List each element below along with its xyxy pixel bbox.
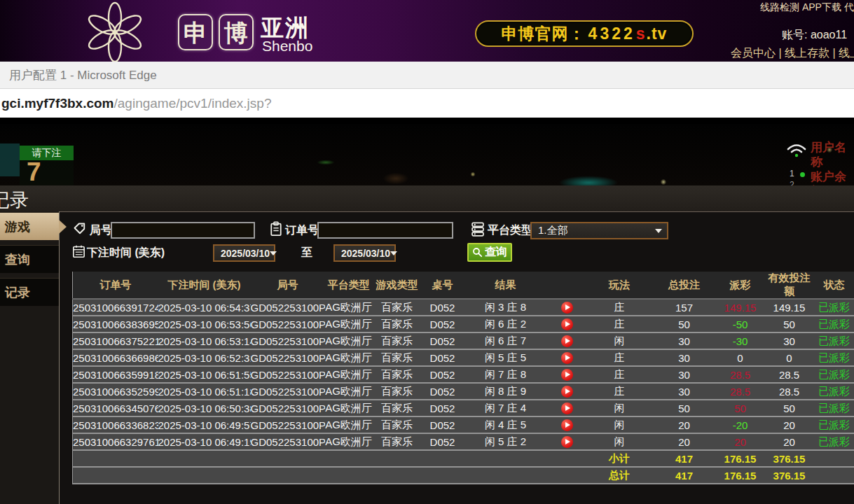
play-video-icon[interactable] xyxy=(561,386,573,398)
cell: 250310066366986 xyxy=(73,349,158,366)
cell: 250310066345076 xyxy=(73,400,158,416)
play-video-icon[interactable] xyxy=(561,436,573,448)
cell: 50 xyxy=(653,400,716,416)
top-links[interactable]: 线路检测 APP下载 代理 xyxy=(760,1,854,14)
play-cell xyxy=(548,299,586,316)
date-to-select[interactable]: 2025/03/10 xyxy=(333,244,396,262)
cell: 2025-03-10 06:51:55 xyxy=(158,366,251,383)
cell: 已派彩 xyxy=(814,433,854,450)
cell: GD052253100PL xyxy=(251,299,325,316)
round-number-input[interactable] xyxy=(111,222,255,239)
cell: 闲 xyxy=(586,400,653,416)
cell: 已派彩 xyxy=(814,400,854,416)
play-triangle xyxy=(565,388,570,394)
divider-strip xyxy=(0,118,854,124)
column-header: 桌号 xyxy=(422,272,464,299)
table-row: 2503100663917242025-03-10 06:54:37GD0522… xyxy=(73,299,854,316)
column-header: 派彩 xyxy=(716,272,765,299)
cell: -50 xyxy=(716,316,765,332)
date-from-select[interactable]: 2025/03/10 xyxy=(213,244,275,262)
cell: 庄 xyxy=(586,299,653,316)
cell: AG欧洲厅 xyxy=(325,433,373,450)
live-video-area: 请下注 7 1 2 用户名称 账户余额 桌台编号 xyxy=(0,124,854,186)
table-row: 2503100663368232025-03-10 06:49:57GD0522… xyxy=(73,416,854,433)
cell: GD052253100PK xyxy=(251,316,325,332)
cell: AG欧洲厅 xyxy=(325,316,373,332)
banner-number: 4322 xyxy=(588,24,635,43)
cell: GD052253100PJ xyxy=(251,332,325,349)
official-site-banner[interactable]: 申博官网：4322s.tv xyxy=(475,20,694,47)
cell: 百家乐 xyxy=(373,299,422,316)
url-bar[interactable]: gci.myf7f3bx.com/agingame/pcv1/index.jsp… xyxy=(0,89,854,118)
cell: 百家乐 xyxy=(373,433,422,450)
cell: 20 xyxy=(653,416,716,433)
cell: 30 xyxy=(653,366,716,383)
cell: 已派彩 xyxy=(814,349,854,366)
play-video-icon[interactable] xyxy=(561,302,573,314)
platform-type-select[interactable]: 1.全部 xyxy=(530,222,668,239)
logo-bo-box: 博 xyxy=(219,14,254,50)
play-triangle xyxy=(565,439,570,444)
play-cell xyxy=(548,332,586,349)
cell: 闲 xyxy=(586,433,653,450)
url-domain: gci.myf7f3bx.com xyxy=(1,96,114,111)
cell: 0 xyxy=(765,349,814,366)
play-video-icon[interactable] xyxy=(561,335,573,347)
cell xyxy=(814,450,854,467)
cell: 157 xyxy=(653,299,716,316)
order-number-label: 订单号 xyxy=(285,223,319,238)
caret-down-icon xyxy=(390,251,397,255)
cell: 闲 5 庄 2 xyxy=(464,433,548,450)
play-video-icon[interactable] xyxy=(561,419,573,431)
cell: 闲 6 庄 7 xyxy=(464,332,548,349)
cell: AG欧洲厅 xyxy=(325,383,373,400)
cell: 30 xyxy=(765,332,814,349)
cell: GD052253100PG xyxy=(251,383,325,400)
cell: 已派彩 xyxy=(814,299,854,316)
play-triangle xyxy=(565,422,570,428)
cell: 百家乐 xyxy=(373,400,422,416)
cell: 149.15 xyxy=(716,299,765,316)
grand-total-row: 总计417176.15376.15 xyxy=(73,467,854,484)
cell: 30 xyxy=(653,332,716,349)
cell: GD052253100PD xyxy=(251,433,325,450)
cell: 2025-03-10 06:49:57 xyxy=(158,416,251,433)
order-number-input[interactable] xyxy=(317,222,453,239)
column-header: 有效投注额 xyxy=(765,272,814,299)
table-row: 2503100663836952025-03-10 06:53:56GD0522… xyxy=(73,316,854,332)
member-links[interactable]: 会员中心 | 线上存款 | 线上取款 xyxy=(731,46,854,61)
play-cell xyxy=(548,400,586,416)
sidebar-tab-record[interactable]: 记录 xyxy=(0,278,59,306)
play-triangle xyxy=(565,405,570,411)
play-triangle xyxy=(565,372,570,377)
account-label: 账号: aoao11 xyxy=(782,28,847,43)
cell: 闲 xyxy=(586,416,653,433)
round-number-label: 局号 xyxy=(90,223,112,238)
cell: 百家乐 xyxy=(373,416,422,433)
play-video-icon[interactable] xyxy=(561,402,573,414)
sidebar-tab-query[interactable]: 查询 xyxy=(0,245,59,273)
cell: -30 xyxy=(716,332,765,349)
overlay-info-labels: 用户名称 账户余额 桌台编号 xyxy=(811,140,854,186)
cell: AG欧洲厅 xyxy=(325,332,373,349)
tag-icon xyxy=(73,222,87,236)
search-button[interactable]: 查询 xyxy=(467,243,512,262)
cell: D052 xyxy=(422,433,464,450)
play-video-icon[interactable] xyxy=(561,318,573,330)
column-header: 玩法 xyxy=(586,272,653,299)
cell: 百家乐 xyxy=(373,366,422,383)
cell: D052 xyxy=(422,316,464,332)
cell: 0 xyxy=(716,349,765,366)
table-row: 2503100663752212025-03-10 06:53:14GD0522… xyxy=(73,332,854,349)
play-video-icon[interactable] xyxy=(561,369,573,381)
sidebar-tab-game[interactable]: 游戏 xyxy=(0,212,59,240)
bet-time-label: 下注时间 (美东) xyxy=(87,246,165,260)
play-video-icon[interactable] xyxy=(561,352,573,364)
play-triangle xyxy=(565,355,570,360)
table-row: 2503100663450762025-03-10 06:50:38GD0522… xyxy=(73,400,854,416)
sidebar-divider xyxy=(59,211,60,504)
table-row: 2503100663525992025-03-10 06:51:18GD0522… xyxy=(73,383,854,400)
platform-type-value: 1.全部 xyxy=(538,224,568,237)
cell: 2025-03-10 06:51:18 xyxy=(158,383,251,400)
cell: 28.5 xyxy=(716,383,765,400)
